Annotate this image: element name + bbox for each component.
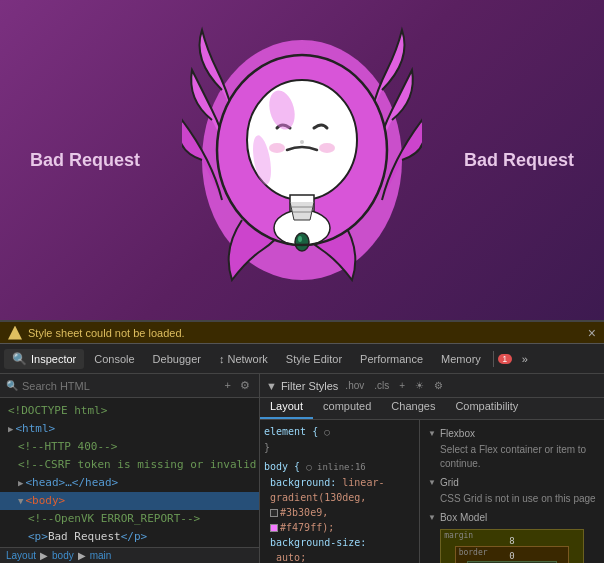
flexbox-section-header[interactable]: ▼ Flexbox: [428, 426, 596, 441]
tab-memory[interactable]: Memory: [433, 350, 489, 368]
inspector-tab-label: Inspector: [31, 353, 76, 365]
bad-request-right: Bad Request: [464, 150, 604, 171]
warning-icon: [8, 326, 22, 340]
breadcrumb-main[interactable]: main: [90, 550, 112, 561]
layout-tab-label: Layout: [270, 400, 303, 412]
tab-network[interactable]: ↕ Network: [211, 350, 276, 368]
computed-tab-label: computed: [323, 400, 371, 412]
html-tree: <!DOCTYPE html> ▶<html> <!--HTTP 400--> …: [0, 398, 259, 547]
inspector-panel: 🔍 + ⚙ <!DOCTYPE html> ▶<html> <!--HTTP 4…: [0, 374, 260, 563]
tree-html[interactable]: ▶<html>: [0, 420, 259, 438]
search-options-button[interactable]: ⚙: [237, 378, 253, 393]
memory-tab-label: Memory: [441, 353, 481, 365]
warning-close-button[interactable]: ×: [588, 325, 596, 341]
devtools-panel: Style sheet could not be loaded. × 🔍 Ins…: [0, 320, 604, 563]
sub-tabs: Layout computed Changes Compatibility: [260, 398, 604, 420]
filter-bar: ▼ Filter Styles .hov .cls + ☀ ⚙: [260, 374, 604, 398]
grid-section-header[interactable]: ▼ Grid: [428, 475, 596, 490]
body-rule: body { ○ inline:16 background: linear- g…: [264, 459, 415, 563]
tab-console[interactable]: Console: [86, 350, 142, 368]
tab-inspector[interactable]: 🔍 Inspector: [4, 349, 84, 369]
tree-body[interactable]: ▼<body>: [0, 492, 259, 510]
tab-performance[interactable]: Performance: [352, 350, 431, 368]
tree-head[interactable]: ▶<head>…</head>: [0, 474, 259, 492]
box-model-section-header[interactable]: ▼ Box Model: [428, 510, 596, 525]
breadcrumb-body[interactable]: body: [52, 550, 74, 561]
svg-point-3: [300, 140, 304, 144]
flexbox-label: Flexbox: [440, 428, 475, 439]
breadcrumb: Layout ▶ body ▶ main: [0, 547, 259, 563]
box-model-diagram: margin 8 8 border 0 0: [428, 529, 596, 563]
filter-add-button[interactable]: +: [396, 379, 408, 392]
sub-tab-changes[interactable]: Changes: [381, 398, 445, 419]
right-panel: ▼ Filter Styles .hov .cls + ☀ ⚙ Layout c…: [260, 374, 604, 563]
tab-debugger[interactable]: Debugger: [145, 350, 209, 368]
filter-gear-button[interactable]: ⚙: [431, 379, 446, 392]
svg-point-11: [298, 236, 302, 242]
style-editor-tab-label: Style Editor: [286, 353, 342, 365]
box-model-label: Box Model: [440, 512, 487, 523]
margin-label: margin: [444, 531, 473, 540]
grid-info-text: CSS Grid is not in use on this page: [428, 490, 596, 510]
tree-doctype: <!DOCTYPE html>: [0, 402, 259, 420]
search-icon: 🔍: [6, 380, 18, 391]
performance-tab-label: Performance: [360, 353, 423, 365]
filter-cls-button[interactable]: .cls: [371, 379, 392, 392]
grid-label: Grid: [440, 477, 459, 488]
right-content-area: element { ○ } body { ○ inline:16 backgro…: [260, 420, 604, 563]
console-tab-label: Console: [94, 353, 134, 365]
layout-section: ▼ Flexbox Select a Flex container or ite…: [420, 420, 604, 563]
html-search-bar: 🔍 + ⚙: [0, 374, 259, 398]
margin-middle-row: 8 border 0 0: [447, 546, 577, 563]
box-model-arrow: ▼: [428, 513, 436, 522]
warning-bar: Style sheet could not be loaded. ×: [0, 322, 604, 344]
filter-hov-button[interactable]: .hov: [342, 379, 367, 392]
warning-text: Style sheet could not be loaded.: [28, 327, 185, 339]
styles-section: element { ○ } body { ○ inline:16 backgro…: [260, 420, 420, 563]
debugger-tab-label: Debugger: [153, 353, 201, 365]
more-tab-label: »: [522, 353, 528, 365]
tree-p-bad1[interactable]: <p>Bad Request</p>: [0, 528, 259, 546]
sub-tab-compatibility[interactable]: Compatibility: [445, 398, 528, 419]
sub-tab-computed[interactable]: computed: [313, 398, 381, 419]
tree-comment-http: <!--HTTP 400-->: [0, 438, 259, 456]
border-label: border: [459, 548, 488, 557]
flexbox-info-text: Select a Flex container or item to conti…: [428, 441, 596, 475]
search-actions: + ⚙: [222, 378, 253, 393]
search-html-input[interactable]: [22, 380, 218, 392]
notification-badge: 1: [498, 354, 512, 364]
breadcrumb-layout[interactable]: Layout: [6, 550, 36, 561]
changes-tab-label: Changes: [391, 400, 435, 412]
svg-point-10: [295, 233, 309, 251]
tab-more[interactable]: »: [514, 350, 536, 368]
svg-point-4: [269, 143, 285, 153]
filter-sun-button[interactable]: ☀: [412, 379, 427, 392]
network-tab-label: ↕ Network: [219, 353, 268, 365]
sub-tab-layout[interactable]: Layout: [260, 398, 313, 419]
svg-point-5: [319, 143, 335, 153]
character-illustration: [182, 10, 422, 300]
tab-separator: [493, 351, 494, 367]
grid-arrow: ▼: [428, 478, 436, 487]
flexbox-arrow: ▼: [428, 429, 436, 438]
devtools-content: 🔍 + ⚙ <!DOCTYPE html> ▶<html> <!--HTTP 4…: [0, 374, 604, 563]
tree-comment-csrf: <!--CSRF token is missing or invalid.-->: [0, 456, 259, 474]
add-node-button[interactable]: +: [222, 378, 234, 393]
tab-style-editor[interactable]: Style Editor: [278, 350, 350, 368]
inspector-icon: 🔍: [12, 352, 27, 366]
devtools-toolbar: 🔍 Inspector Console Debugger ↕ Network S…: [0, 344, 604, 374]
border-box: border 0 0 padding 0: [455, 546, 570, 563]
element-rule: element { ○ }: [264, 424, 415, 455]
bad-request-left: Bad Request: [0, 150, 140, 171]
tree-comment-openvk: <!--OpenVK ERROR_REPORT-->: [0, 510, 259, 528]
browser-viewport: Bad Request: [0, 0, 604, 320]
margin-box: margin 8 8 border 0 0: [440, 529, 584, 563]
filter-label: Filter Styles: [281, 380, 338, 392]
compatibility-tab-label: Compatibility: [455, 400, 518, 412]
filter-icon: ▼: [266, 380, 277, 392]
